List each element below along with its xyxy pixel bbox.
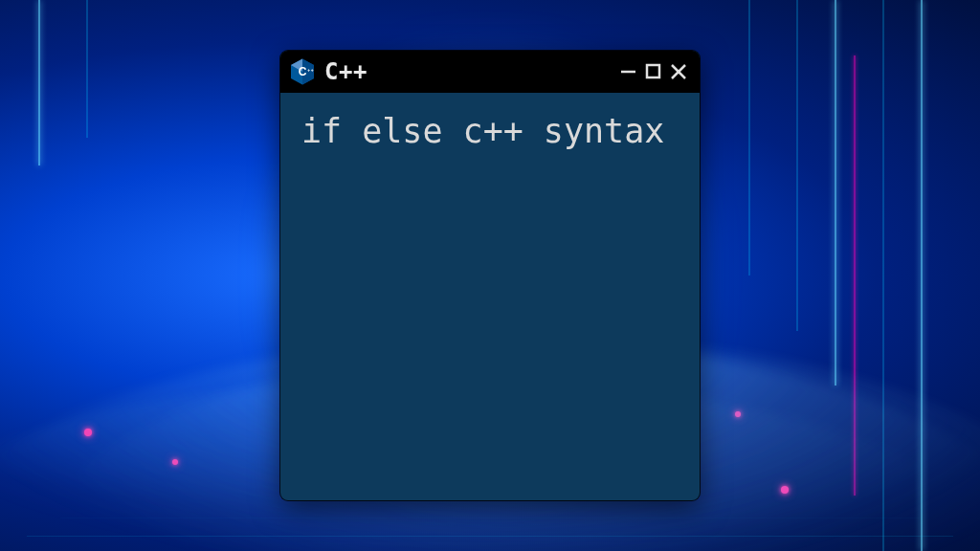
- maximize-button[interactable]: [642, 60, 665, 83]
- svg-text:+: +: [307, 68, 310, 73]
- svg-text:+: +: [311, 68, 314, 73]
- minimize-button[interactable]: [617, 60, 640, 83]
- window-title: C++: [324, 58, 610, 85]
- svg-rect-7: [647, 65, 659, 77]
- app-window: C + + C++ if else c++ syntax: [280, 51, 700, 500]
- close-button[interactable]: [667, 60, 690, 83]
- window-controls: [617, 60, 690, 83]
- titlebar[interactable]: C + + C++: [280, 51, 700, 93]
- svg-text:C: C: [299, 65, 307, 78]
- window-content: if else c++ syntax: [280, 93, 700, 170]
- cpp-logo-icon: C + +: [288, 57, 317, 86]
